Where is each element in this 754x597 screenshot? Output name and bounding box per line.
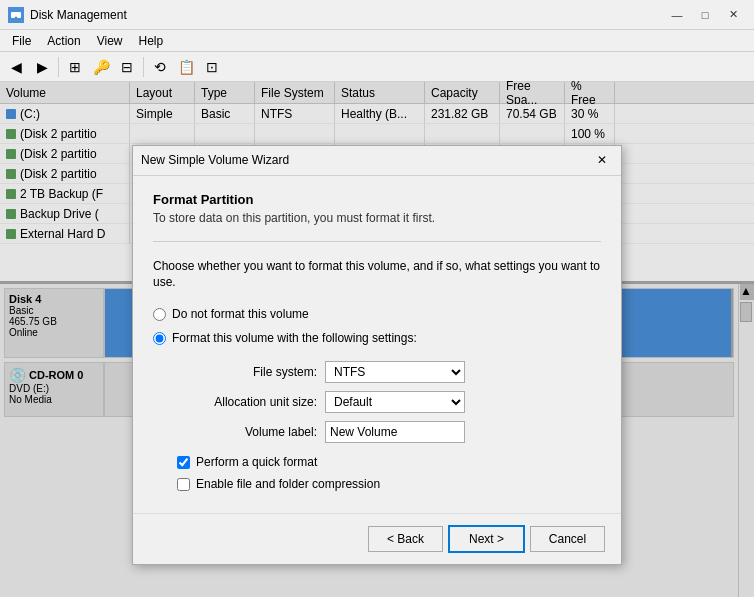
toolbar-btn-1[interactable]: ⊞ [63,55,87,79]
title-bar: Disk Management — □ ✕ [0,0,754,30]
radio-format[interactable]: Format this volume with the following se… [153,331,601,345]
allocation-row: Allocation unit size: Default 512 1024 2… [177,391,601,413]
maximize-button[interactable]: □ [692,5,718,25]
dialog-footer: < Back Next > Cancel [133,513,621,564]
radio-no-format[interactable]: Do not format this volume [153,307,601,321]
close-button[interactable]: ✕ [720,5,746,25]
compression-input[interactable] [177,478,190,491]
file-system-row: File system: NTFS FAT32 exFAT [177,361,601,383]
toolbar: ◀ ▶ ⊞ 🔑 ⊟ ⟲ 📋 ⊡ [0,52,754,82]
radio-no-format-label: Do not format this volume [172,307,309,321]
back-button[interactable]: < Back [368,526,443,552]
minimize-button[interactable]: — [664,5,690,25]
separator-2 [143,57,144,77]
separator-1 [58,57,59,77]
allocation-label: Allocation unit size: [177,395,317,409]
file-system-label: File system: [177,365,317,379]
dialog-section-desc: To store data on this partition, you mus… [153,211,601,225]
toolbar-btn-6[interactable]: ⊡ [200,55,224,79]
window-controls: — □ ✕ [664,5,746,25]
volume-label-label: Volume label: [177,425,317,439]
menu-help[interactable]: Help [131,32,172,50]
radio-format-input[interactable] [153,332,166,345]
quick-format-label: Perform a quick format [196,455,317,469]
dialog-close-button[interactable]: ✕ [591,150,613,170]
quick-format-checkbox[interactable]: Perform a quick format [177,455,601,469]
volume-label-row: Volume label: [177,421,601,443]
dialog-title: New Simple Volume Wizard [141,153,591,167]
dialog-title-bar: New Simple Volume Wizard ✕ [133,146,621,176]
main-container: Volume Layout Type File System Status Ca… [0,82,754,597]
format-checkboxes: Perform a quick format Enable file and f… [177,455,601,491]
quick-format-input[interactable] [177,456,190,469]
app-title: Disk Management [30,8,664,22]
menu-bar: File Action View Help [0,30,754,52]
dialog-divider [153,241,601,242]
forward-button[interactable]: ▶ [30,55,54,79]
dialog-instruction: Choose whether you want to format this v… [153,258,601,292]
menu-action[interactable]: Action [39,32,88,50]
dialog-overlay: New Simple Volume Wizard ✕ Format Partit… [0,82,754,597]
toolbar-btn-4[interactable]: ⟲ [148,55,172,79]
back-button[interactable]: ◀ [4,55,28,79]
menu-view[interactable]: View [89,32,131,50]
allocation-select[interactable]: Default 512 1024 2048 4096 [325,391,465,413]
toolbar-btn-5[interactable]: 📋 [174,55,198,79]
dialog-body: Format Partition To store data on this p… [133,176,621,513]
toolbar-btn-2[interactable]: 🔑 [89,55,113,79]
toolbar-btn-3[interactable]: ⊟ [115,55,139,79]
format-radio-group: Do not format this volume Format this vo… [153,307,601,345]
svg-point-2 [15,16,18,19]
format-settings: File system: NTFS FAT32 exFAT Allocation… [177,361,601,443]
volume-label-input[interactable] [325,421,465,443]
cancel-button[interactable]: Cancel [530,526,605,552]
app-icon [8,7,24,23]
compression-checkbox[interactable]: Enable file and folder compression [177,477,601,491]
format-partition-dialog: New Simple Volume Wizard ✕ Format Partit… [132,145,622,565]
menu-file[interactable]: File [4,32,39,50]
compression-label: Enable file and folder compression [196,477,380,491]
dialog-section-title: Format Partition [153,192,601,207]
radio-no-format-input[interactable] [153,308,166,321]
file-system-select[interactable]: NTFS FAT32 exFAT [325,361,465,383]
next-button[interactable]: Next > [449,526,524,552]
radio-format-label: Format this volume with the following se… [172,331,417,345]
